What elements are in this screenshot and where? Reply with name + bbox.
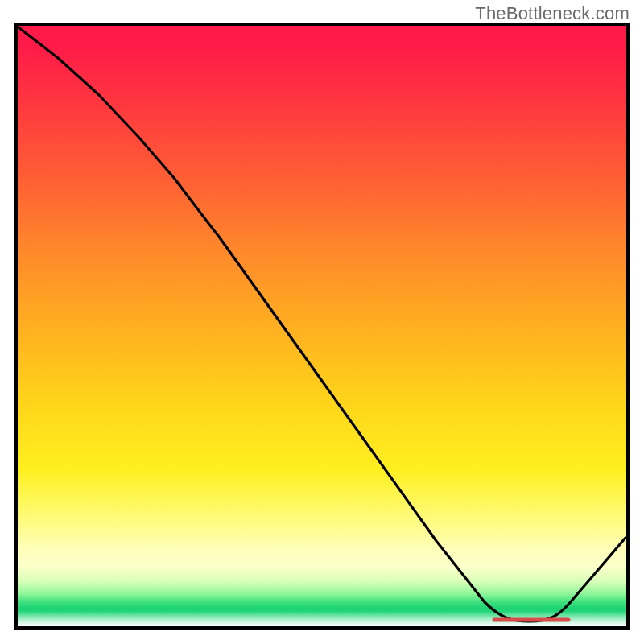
- plot-area: [14, 23, 630, 630]
- main-curve: [19, 27, 625, 621]
- plot-overlay: [18, 26, 626, 626]
- chart-canvas: TheBottleneck.com: [0, 0, 644, 644]
- watermark-text: TheBottleneck.com: [475, 3, 630, 24]
